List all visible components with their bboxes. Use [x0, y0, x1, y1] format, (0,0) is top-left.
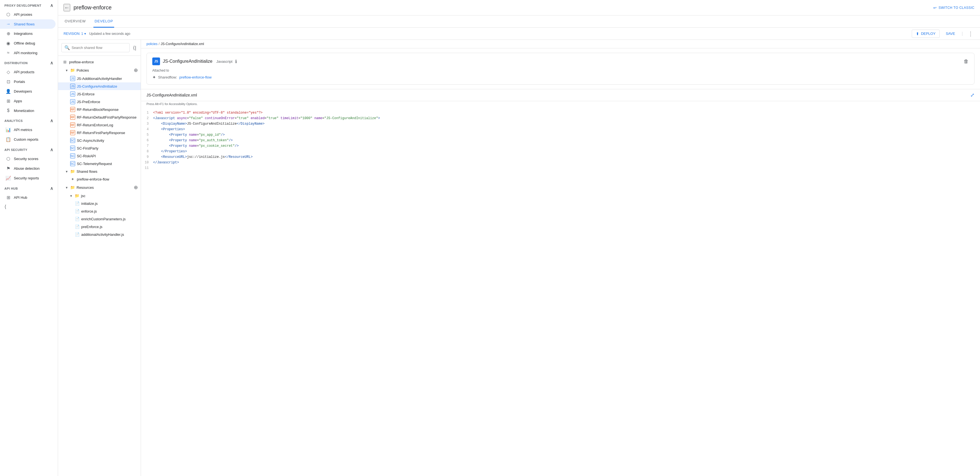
expand-editor-button[interactable]: ⤢: [970, 92, 974, 98]
search-input-wrap[interactable]: 🔍: [61, 43, 130, 52]
tree-node-sc-telemetry[interactable]: SC SC-TelemetryRequest: [58, 160, 141, 167]
jsc-expand-icon: ▾: [70, 194, 72, 198]
file-tree-search-bar: 🔍 ⟨|: [58, 40, 141, 56]
tab-develop[interactable]: DEVELOP: [94, 16, 114, 28]
sidebar-item-integrations[interactable]: ⊕ Integrations: [0, 29, 56, 38]
tree-node-enforce-js[interactable]: 📄 enforce.js: [58, 207, 141, 215]
tree-node-js-additional[interactable]: JS JS-AdditionalActivityHandler: [58, 75, 141, 82]
policy-info-card: JS JS-ConfigureAndInitialize Javascript …: [146, 53, 974, 84]
enrichcustom-js-icon: 📄: [75, 217, 80, 221]
tree-node-rf-returndefault[interactable]: RF RF-ReturnDefaultFirstPartyResponse: [58, 113, 141, 121]
api-products-icon: ◇: [6, 69, 11, 75]
deploy-button[interactable]: ⬆ DEPLOY: [912, 30, 940, 38]
tree-node-js-enforce[interactable]: JS JS-Enforce: [58, 90, 141, 98]
sidebar-item-offline-debug[interactable]: ◉ Offline debug: [0, 38, 56, 48]
tree-node-rf-returnfirst[interactable]: RF RF-ReturnFirstPartyResponse: [58, 129, 141, 137]
line-num-8: 8: [141, 149, 153, 154]
policy-icon: JS: [152, 57, 160, 65]
api-hub-chevron: ∧: [50, 186, 54, 191]
tree-label-enrichcustom-js: enrichCustomParameters.js: [81, 217, 126, 221]
code-scroll[interactable]: Press Alt+F1 for Accessibility Options. …: [141, 101, 980, 476]
sidebar-item-apps[interactable]: ⊞ Apps: [0, 96, 56, 106]
sidebar-item-portals[interactable]: ⊡ Portals: [0, 77, 56, 86]
sidebar-item-shared-flows[interactable]: → Shared flows: [0, 19, 56, 29]
tree-node-jsc-folder[interactable]: ▾ 📁 jsc: [58, 192, 141, 200]
sidebar-item-monetization[interactable]: $ Monetization: [0, 106, 56, 115]
jsc-folder-icon: 📁: [74, 193, 79, 198]
tree-node-shared-flows-folder[interactable]: ▾ 📁 Shared flows: [58, 167, 141, 175]
tree-node-js-configure[interactable]: JS JS-ConfigureAndInitialize: [58, 82, 141, 90]
tree-node-sc-async[interactable]: SC SC-AsyncActivity: [58, 137, 141, 144]
proxy-dev-label: Proxy development: [5, 4, 41, 7]
analytics-section-header[interactable]: Analytics ∧: [0, 115, 58, 125]
sidebar-item-developers[interactable]: 👤 Developers: [0, 86, 56, 96]
sidebar-item-api-hub[interactable]: ⊞ API Hub: [0, 193, 56, 202]
tree-node-resources-folder[interactable]: ▾ 📁 Resources ⊕: [58, 183, 141, 192]
line-content-8: </Properties>: [153, 149, 187, 154]
sidebar-item-custom-reports[interactable]: 📋 Custom reports: [0, 135, 56, 144]
sidebar-label-offline-debug: Offline debug: [14, 41, 35, 45]
breadcrumb-policies[interactable]: policies: [146, 42, 158, 46]
proxy-dev-section-header[interactable]: Proxy development ∧: [0, 0, 58, 10]
attached-key: Sharedflow:: [158, 75, 177, 79]
info-icon[interactable]: ℹ: [235, 59, 237, 64]
deploy-icon: ⬆: [916, 32, 919, 36]
tree-node-preflow-enforce-root[interactable]: ⊞ preflow-enforce: [58, 58, 141, 66]
js-configure-icon: JS: [70, 84, 75, 89]
rf-returnblock-icon: RF: [70, 107, 75, 112]
tree-node-js-preenforce[interactable]: JS JS-PreEnforce: [58, 98, 141, 106]
line-content-4: <Properties>: [153, 127, 185, 132]
sidebar-item-security-scores[interactable]: ⬡ Security scores: [0, 154, 56, 164]
code-line-8: 8 </Properties>: [141, 149, 980, 154]
save-button[interactable]: SAVE: [943, 30, 958, 37]
policies-add-button[interactable]: ⊕: [133, 67, 138, 73]
sidebar-item-api-products[interactable]: ◇ API products: [0, 67, 56, 77]
line-num-1: 1: [141, 110, 153, 115]
distribution-section-header[interactable]: Distribution ∧: [0, 57, 58, 67]
tab-overview[interactable]: OVERVIEW: [64, 16, 87, 28]
sidebar-item-abuse-detection[interactable]: ⚑ Abuse detection: [0, 164, 56, 174]
tree-node-initialize-js[interactable]: 📄 initialize.js: [58, 200, 141, 207]
tree-node-sc-firstparty[interactable]: SC SC-FirstParty: [58, 144, 141, 152]
line-num-10: 10: [141, 160, 153, 165]
tree-node-additional-js[interactable]: 📄 additionalActivityHandler.js: [58, 231, 141, 238]
tree-node-sc-riskapi[interactable]: SC SC-RiskAPI: [58, 152, 141, 160]
tree-label-js-preenforce: JS-PreEnforce: [77, 100, 100, 104]
monetization-icon: $: [6, 108, 11, 113]
distribution-label: Distribution: [5, 61, 28, 65]
code-line-10: 10 </Javascript>: [141, 160, 980, 165]
custom-reports-icon: 📋: [6, 137, 11, 142]
sidebar-label-api-products: API products: [14, 70, 34, 74]
delete-icon[interactable]: 🗑: [964, 59, 969, 64]
api-security-section-header[interactable]: API security ∧: [0, 144, 58, 154]
sidebar-item-security-reports[interactable]: 📈 Security reports: [0, 174, 56, 183]
search-input[interactable]: [72, 46, 127, 50]
code-line-11: 11: [141, 165, 980, 171]
tree-node-rf-returnenforcer[interactable]: RF RF-ReturnEnforcerLog: [58, 121, 141, 129]
tree-label-sc-telemetry: SC-TelemetryRequest: [77, 162, 112, 166]
tree-node-preenforce-js[interactable]: 📄 preEnforce.js: [58, 223, 141, 231]
tree-label-sc-riskapi: SC-RiskAPI: [77, 154, 96, 158]
revision-selector[interactable]: REVISION: 1 ▾: [64, 32, 86, 36]
api-proxies-icon: ⬡: [6, 12, 11, 17]
collapse-panel-button[interactable]: ⟨|: [132, 44, 137, 52]
sidebar-item-api-metrics[interactable]: 📊 API metrics: [0, 125, 56, 135]
resources-add-button[interactable]: ⊕: [133, 185, 138, 191]
attached-link[interactable]: preflow-enforce-flow: [179, 75, 212, 79]
tree-node-enrichcustom-js[interactable]: 📄 enrichCustomParameters.js: [58, 215, 141, 223]
tree-node-policies-folder[interactable]: ▾ 📁 Policies ⊕: [58, 66, 141, 75]
switch-classic-button[interactable]: ↩ SWITCH TO CLASSIC: [933, 6, 974, 10]
api-hub-section-header[interactable]: API hub ∧: [0, 183, 58, 193]
sidebar-label-security-scores: Security scores: [14, 157, 38, 161]
tree-node-rf-returnblock[interactable]: RF RF-ReturnBlockResponse: [58, 106, 141, 113]
policy-info-header: JS JS-ConfigureAndInitialize Javascript …: [152, 57, 969, 65]
tree-label-root: preflow-enforce: [69, 60, 94, 64]
sidebar-item-api-proxies[interactable]: ⬡ API proxies: [0, 10, 56, 19]
accessibility-hint: Press Alt+F1 for Accessibility Options.: [141, 101, 980, 108]
api-security-label: API security: [5, 148, 27, 151]
back-button[interactable]: ←: [64, 4, 70, 11]
tree-node-preflow-enforce-flow[interactable]: ✦ preflow-enforce-flow: [58, 175, 141, 183]
more-options-button[interactable]: ⋮: [967, 29, 974, 38]
sidebar-collapse-btn[interactable]: ⟨: [0, 202, 58, 211]
sidebar-item-api-monitoring[interactable]: ≈ API monitoring: [0, 48, 56, 57]
